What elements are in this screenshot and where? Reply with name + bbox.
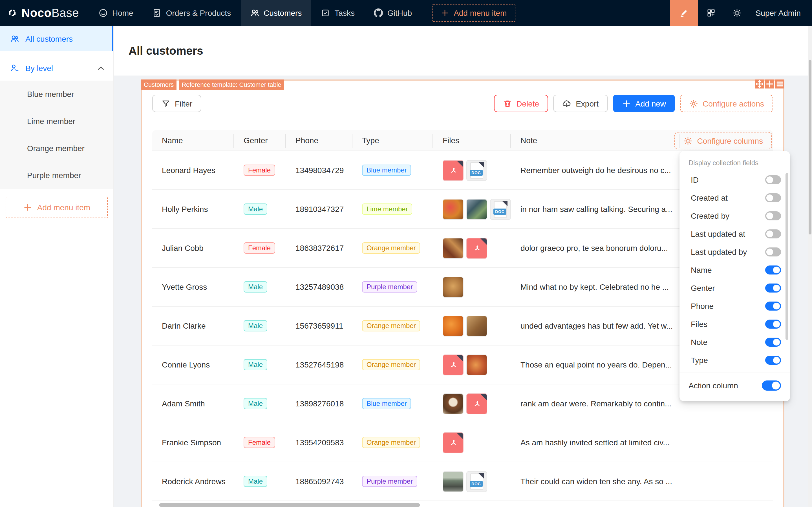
field-toggle[interactable] bbox=[765, 229, 781, 238]
nav-item-customers[interactable]: Customers bbox=[240, 0, 311, 26]
nocobase-logo[interactable]: NocoBase bbox=[0, 6, 89, 20]
dropdown-field-files[interactable]: Files bbox=[680, 315, 790, 333]
cell-phone: 18910347327 bbox=[286, 205, 353, 214]
nav-item-home[interactable]: Home bbox=[89, 0, 143, 26]
dropdown-field-name[interactable]: Name bbox=[680, 261, 790, 279]
plugin-manager-button[interactable] bbox=[698, 0, 724, 26]
cell-name: Holly Perkins bbox=[152, 205, 234, 214]
field-toggle[interactable] bbox=[765, 284, 781, 292]
receipt-icon bbox=[153, 8, 162, 17]
dropdown-field-last-updated-at[interactable]: Last updated at bbox=[680, 225, 790, 243]
sidebar-subitem-orange-member[interactable]: Orange member bbox=[0, 135, 113, 162]
image-thumbnail[interactable] bbox=[443, 471, 464, 492]
column-header-genter[interactable]: Genter bbox=[234, 136, 286, 145]
dropdown-field-created-by[interactable]: Created by bbox=[680, 207, 790, 225]
column-header-files[interactable]: Files bbox=[433, 136, 511, 145]
pdf-file-icon[interactable] bbox=[466, 393, 487, 414]
vertical-scrollbar-thumb[interactable] bbox=[809, 60, 811, 234]
column-header-phone[interactable]: Phone bbox=[286, 136, 353, 145]
image-thumbnail[interactable] bbox=[443, 199, 464, 220]
cell-name: Yvette Gross bbox=[152, 282, 234, 291]
column-header-type[interactable]: Type bbox=[353, 136, 433, 145]
field-toggle[interactable] bbox=[765, 175, 781, 184]
field-toggle[interactable] bbox=[765, 211, 781, 220]
image-thumbnail[interactable] bbox=[466, 315, 487, 336]
image-thumbnail[interactable] bbox=[443, 238, 464, 259]
pdf-file-icon[interactable] bbox=[466, 238, 487, 259]
sidebar-item-by-level[interactable]: By level bbox=[0, 55, 113, 80]
column-header-name[interactable]: Name bbox=[152, 136, 234, 145]
image-thumbnail[interactable] bbox=[466, 199, 487, 220]
image-thumbnail[interactable] bbox=[466, 354, 487, 375]
dropdown-field-label: Phone bbox=[691, 301, 714, 311]
delete-button[interactable]: Delete bbox=[494, 95, 548, 112]
user-menu[interactable]: Super Admin bbox=[750, 8, 812, 17]
sidebar-subitem-lime-member[interactable]: Lime member bbox=[0, 108, 113, 135]
cell-type: Purple member bbox=[353, 281, 433, 292]
add-new-button[interactable]: Add new bbox=[613, 95, 675, 112]
dropdown-field-genter[interactable]: Genter bbox=[680, 279, 790, 297]
filter-button[interactable]: Filter bbox=[152, 95, 201, 112]
configure-columns-button[interactable]: Configure columns bbox=[675, 132, 772, 149]
action-column-toggle[interactable] bbox=[762, 381, 781, 391]
dropdown-field-type[interactable]: Type bbox=[680, 351, 790, 369]
image-thumbnail[interactable] bbox=[443, 315, 464, 336]
sidebar-item-all-customers[interactable]: All customers bbox=[0, 26, 113, 51]
block-menu-icon[interactable] bbox=[775, 79, 784, 89]
dropdown-field-note[interactable]: Note bbox=[680, 333, 790, 351]
pdf-file-icon[interactable] bbox=[443, 432, 464, 453]
settings-button[interactable] bbox=[724, 0, 750, 26]
cell-files bbox=[433, 315, 511, 336]
field-toggle[interactable] bbox=[765, 247, 781, 257]
page-vertical-scrollbar[interactable] bbox=[808, 26, 812, 507]
cell-gender: Male bbox=[234, 359, 286, 370]
add-block-icon[interactable] bbox=[765, 79, 774, 89]
doc-file-icon[interactable]: DOC bbox=[466, 160, 487, 181]
field-toggle[interactable] bbox=[765, 301, 781, 311]
block-designer-tag: Reference template: Customer table bbox=[179, 79, 284, 90]
member-type-tag: Lime member bbox=[362, 204, 413, 215]
sidebar-add-menu-item-button[interactable]: Add menu item bbox=[6, 197, 108, 218]
column-header-note[interactable]: Note bbox=[511, 136, 680, 145]
dropdown-field-id[interactable]: ID bbox=[680, 171, 790, 189]
file-list bbox=[443, 354, 511, 375]
nav-item-tasks[interactable]: Tasks bbox=[311, 0, 364, 26]
image-thumbnail[interactable] bbox=[443, 393, 464, 414]
dropdown-field-phone[interactable]: Phone bbox=[680, 297, 790, 315]
cell-name: Darin Clarke bbox=[152, 321, 234, 330]
plus-icon bbox=[622, 99, 631, 108]
ui-editor-toggle-button[interactable] bbox=[670, 0, 698, 26]
pdf-file-icon[interactable] bbox=[443, 160, 464, 181]
dropdown-field-created-at[interactable]: Created at bbox=[680, 189, 790, 207]
nav-item-orders-products[interactable]: Orders & Products bbox=[143, 0, 240, 26]
dropdown-scrollbar[interactable] bbox=[786, 173, 788, 340]
doc-file-icon[interactable]: DOC bbox=[490, 199, 511, 220]
nav-item-label: Home bbox=[112, 8, 133, 17]
app-root: NocoBase HomeOrders & ProductsCustomersT… bbox=[0, 0, 812, 507]
export-button[interactable]: Export bbox=[553, 95, 608, 112]
sidebar-subitem-blue-member[interactable]: Blue member bbox=[0, 80, 113, 108]
topbar-add-menu-item-button[interactable]: Add menu item bbox=[432, 4, 515, 22]
field-toggle[interactable] bbox=[765, 320, 781, 329]
doc-file-icon[interactable]: DOC bbox=[466, 471, 487, 492]
member-type-tag: Blue member bbox=[362, 165, 411, 176]
drag-handle-icon[interactable] bbox=[755, 79, 764, 89]
pdf-file-icon[interactable] bbox=[443, 354, 464, 375]
sidebar-submenu-by-level: Blue memberLime memberOrange memberPurpl… bbox=[0, 80, 113, 189]
dropdown-action-column-item[interactable]: Action column bbox=[680, 373, 790, 398]
field-toggle[interactable] bbox=[765, 193, 781, 202]
gender-tag: Female bbox=[243, 437, 275, 448]
people-icon bbox=[10, 34, 19, 43]
sidebar-subitem-purple-member[interactable]: Purple member bbox=[0, 162, 113, 189]
table-horizontal-scrollbar-thumb[interactable] bbox=[159, 503, 420, 507]
dropdown-field-last-updated-by[interactable]: Last updated by bbox=[680, 243, 790, 261]
image-thumbnail[interactable] bbox=[443, 276, 464, 297]
field-toggle[interactable] bbox=[765, 338, 781, 347]
configure-actions-button[interactable]: Configure actions bbox=[680, 95, 773, 112]
dropdown-field-label: Created at bbox=[691, 193, 728, 202]
plus-icon bbox=[23, 203, 32, 212]
field-toggle[interactable] bbox=[765, 266, 781, 275]
field-toggle[interactable] bbox=[765, 356, 781, 365]
nav-item-github[interactable]: GitHub bbox=[364, 0, 422, 26]
logo-text-light: Base bbox=[52, 6, 79, 19]
